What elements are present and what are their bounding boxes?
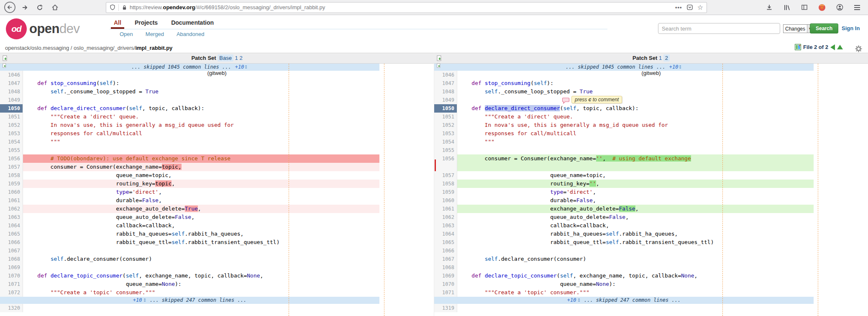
file-action-icon[interactable]: [3, 55, 8, 62]
code-text[interactable]: callback=callback,: [457, 221, 814, 230]
subtab-open[interactable]: Open: [120, 31, 133, 37]
line-number[interactable]: 1052: [0, 121, 23, 129]
line-number[interactable]: 1053: [434, 129, 457, 138]
code-text[interactable]: """Create a 'direct' queue.: [457, 113, 814, 121]
line-number[interactable]: 1049: [0, 96, 23, 104]
code-text[interactable]: rabbit_ha_queues=self.rabbit_ha_queues,: [457, 230, 814, 238]
code-text[interactable]: def stop_consuming(self):: [23, 79, 379, 87]
skip-band-bottom[interactable]: +10↕ ... skipped 247 common lines ...: [434, 297, 814, 304]
line-number[interactable]: 1065: [0, 230, 23, 238]
tab-documentation[interactable]: Documentation: [171, 19, 214, 26]
forward-icon[interactable]: [19, 2, 31, 13]
code-text[interactable]: [457, 163, 814, 171]
code-text[interactable]: queue_name=topic,: [457, 171, 814, 180]
code-text[interactable]: [457, 263, 814, 272]
code-text[interactable]: """Create a 'topic' consumer.""": [457, 288, 814, 297]
line-number[interactable]: 1059: [0, 180, 23, 188]
code-text[interactable]: self.declare_consumer(consumer): [457, 255, 814, 263]
line-number[interactable]: 1051: [0, 113, 23, 121]
line-number[interactable]: 1067: [0, 247, 23, 255]
code-text[interactable]: [457, 96, 814, 104]
code-text[interactable]: type='direct',: [457, 188, 814, 196]
tab-projects[interactable]: Projects: [135, 19, 158, 26]
line-number[interactable]: 1065: [434, 238, 457, 247]
code-text[interactable]: exchange_auto_delete=True,: [23, 205, 379, 213]
code-text[interactable]: self.declare_consumer(consumer): [23, 255, 379, 263]
code-text[interactable]: def declare_topic_consumer(self, exchang…: [457, 272, 814, 280]
line-number[interactable]: 1053: [0, 129, 23, 138]
page-actions-icon[interactable]: •••: [675, 4, 682, 10]
bookmark-star-icon[interactable]: ☆: [697, 3, 703, 11]
line-number[interactable]: 1063: [434, 221, 457, 230]
download-file-icon[interactable]: [3, 63, 7, 68]
line-number[interactable]: 1048: [434, 87, 457, 96]
line-number[interactable]: 1054: [0, 138, 23, 146]
privacy-badge-icon[interactable]: [816, 2, 828, 13]
code-text[interactable]: """Create a 'direct' queue.: [23, 113, 379, 121]
lock-icon[interactable]: [122, 5, 127, 10]
code-text[interactable]: self._consume_loop_stopped = True: [23, 87, 379, 96]
subtab-merged[interactable]: Merged: [146, 31, 164, 37]
code-text[interactable]: [23, 247, 379, 255]
line-number[interactable]: 1057: [0, 163, 23, 171]
library-icon[interactable]: [781, 2, 793, 13]
line-number[interactable]: 1050: [0, 104, 23, 113]
breadcrumb-path[interactable]: openstack/oslo.messaging / oslo_messagin…: [5, 45, 135, 51]
comment-bubble-icon[interactable]: [562, 97, 570, 104]
account-icon[interactable]: [834, 2, 845, 13]
code-text[interactable]: consumer = Consumer(exchange_name=topic,: [23, 163, 379, 171]
code-text[interactable]: queue_name=topic,: [23, 171, 379, 180]
code-text[interactable]: # TODO(obondarev): use default exchange …: [23, 154, 379, 163]
code-text[interactable]: exchange_auto_delete=False,: [457, 205, 814, 213]
line-number[interactable]: 1064: [434, 230, 457, 238]
line-number[interactable]: 1057: [434, 171, 457, 180]
line-number[interactable]: 1062: [434, 213, 457, 221]
code-text[interactable]: [23, 304, 379, 312]
line-number[interactable]: 1066: [434, 247, 457, 255]
expand-lines-link[interactable]: +10: [133, 297, 142, 303]
line-number[interactable]: 1054: [434, 138, 457, 146]
sign-in-link[interactable]: Sign In: [842, 25, 860, 31]
subtab-abandoned[interactable]: Abandoned: [177, 31, 205, 37]
code-text[interactable]: def declare_direct_consumer(self, topic,…: [23, 104, 379, 113]
code-text[interactable]: def stop_consuming(self):: [457, 79, 814, 87]
line-number[interactable]: 1061: [434, 205, 457, 213]
skip-band-bottom[interactable]: +10↕ ... skipped 247 common lines ...: [0, 297, 379, 304]
code-text[interactable]: consumer = Consumer(exchange_name='', # …: [457, 154, 814, 163]
code-text[interactable]: """: [457, 138, 814, 146]
code-text[interactable]: durable=False,: [457, 196, 814, 205]
gitweb-link[interactable]: (gitweb): [641, 70, 661, 76]
code-text[interactable]: self._consume_loop_stopped = True: [457, 87, 814, 96]
line-number[interactable]: 1058: [0, 171, 23, 180]
line-number[interactable]: 1068: [0, 255, 23, 263]
code-text[interactable]: queue_name=None):: [457, 280, 814, 288]
code-text[interactable]: routing_key=topic,: [23, 180, 379, 188]
line-number[interactable]: 1069: [0, 263, 23, 272]
code-text[interactable]: def declare_topic_consumer(self, exchang…: [23, 272, 379, 280]
line-number[interactable]: 1055: [0, 146, 23, 154]
line-number[interactable]: 1059: [434, 188, 457, 196]
code-text[interactable]: type='direct',: [23, 188, 379, 196]
code-text[interactable]: responses for call/multicall: [23, 129, 379, 138]
code-text[interactable]: [23, 96, 379, 104]
code-text[interactable]: queue_auto_delete=False,: [23, 213, 379, 221]
line-number[interactable]: 1058: [434, 180, 457, 188]
patchset-base-selected[interactable]: Base: [218, 54, 233, 62]
code-text[interactable]: callback=callback,: [23, 221, 379, 230]
line-number[interactable]: 1069: [434, 272, 457, 280]
gitweb-link[interactable]: (gitweb): [207, 70, 226, 76]
opendev-logo[interactable]: od opendev: [6, 18, 80, 39]
line-number[interactable]: 1048: [0, 87, 23, 96]
line-number[interactable]: [434, 163, 457, 171]
expand-lines-link[interactable]: +10: [567, 297, 576, 303]
code-text[interactable]: routing_key='',: [457, 180, 814, 188]
code-text[interactable]: [457, 304, 814, 312]
back-icon[interactable]: [4, 2, 15, 13]
sidebar-icon[interactable]: [799, 2, 810, 13]
line-number[interactable]: 1047: [434, 79, 457, 87]
line-number[interactable]: 1051: [434, 113, 457, 121]
patchset-2-link[interactable]: 2: [239, 55, 242, 61]
line-number[interactable]: 1070: [434, 280, 457, 288]
code-text[interactable]: def declare_direct_consumer(self, topic,…: [457, 104, 814, 113]
code-text[interactable]: durable=False,: [23, 196, 379, 205]
